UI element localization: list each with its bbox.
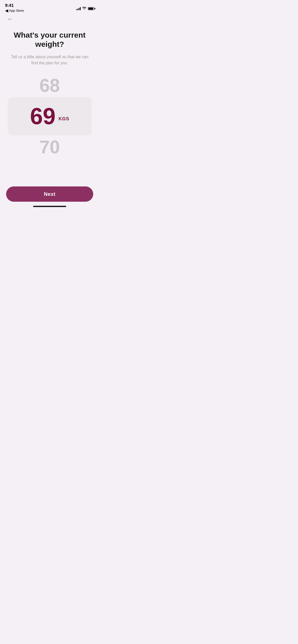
weight-prev-value: 68 [39, 76, 60, 95]
back-arrow-icon: ← [7, 16, 13, 22]
status-icons [76, 3, 94, 10]
weight-picker[interactable]: 68 69 KGS 70 [8, 76, 92, 156]
battery-icon [88, 7, 94, 10]
weight-selected-container[interactable]: 69 KGS [8, 97, 92, 135]
next-button-label: Next [44, 191, 55, 197]
app-store-label: App Store [9, 9, 24, 12]
home-indicator [33, 206, 66, 207]
next-button[interactable]: Next [6, 186, 93, 202]
main-content: What's your current weight? Tell us a li… [0, 25, 99, 181]
app-store-link[interactable]: ◀ App Store [5, 8, 24, 13]
back-chevron-icon: ◀ [5, 8, 8, 13]
bottom-area: Next [0, 181, 99, 215]
page-title: What's your current weight? [8, 31, 92, 49]
weight-next-value: 70 [39, 138, 60, 156]
status-bar: 9:41 ◀ App Store [0, 0, 99, 13]
nav-bar: ← [0, 13, 99, 25]
status-time: 9:41 [5, 3, 24, 8]
weight-selected-value: 69 [30, 105, 56, 128]
page-subtitle: Tell us a little about yourself so that … [8, 54, 92, 66]
back-button[interactable]: ← [5, 14, 15, 24]
signal-bars-icon [76, 7, 81, 10]
weight-unit-label: KGS [59, 116, 69, 122]
wifi-icon [82, 7, 86, 10]
